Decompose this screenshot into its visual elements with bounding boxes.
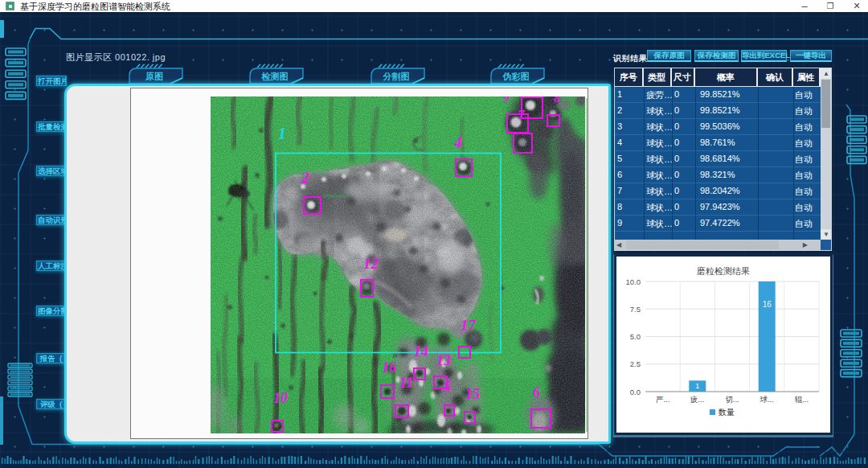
svg-text:严...: 严...	[656, 395, 669, 404]
svg-text:11: 11	[399, 375, 413, 391]
svg-text:1: 1	[278, 125, 286, 142]
svg-text:原图: 原图	[145, 72, 163, 81]
svg-text:17: 17	[461, 317, 477, 334]
svg-text:2: 2	[301, 169, 309, 187]
svg-text:1: 1	[695, 382, 699, 390]
svg-text:4: 4	[453, 133, 462, 151]
svg-text:6: 6	[533, 384, 540, 400]
svg-text:伪彩图: 伪彩图	[502, 72, 530, 82]
svg-text:9: 9	[503, 96, 510, 105]
svg-text:7.5: 7.5	[630, 305, 641, 314]
svg-text:13: 13	[436, 352, 451, 368]
svg-text:5.0: 5.0	[630, 332, 641, 341]
svg-text:12: 12	[363, 255, 379, 272]
svg-text:10: 10	[273, 390, 288, 406]
svg-text:数量: 数量	[718, 408, 735, 417]
svg-text:切...: 切...	[725, 395, 739, 404]
svg-text:球...: 球...	[759, 395, 773, 404]
svg-text:5: 5	[444, 379, 451, 395]
svg-text:14: 14	[414, 343, 428, 359]
svg-text:16: 16	[763, 300, 772, 309]
svg-text:10.0: 10.0	[626, 277, 641, 286]
svg-text:16: 16	[382, 359, 396, 376]
svg-text:辊...: 辊...	[795, 395, 809, 404]
svg-text:0.0: 0.0	[630, 388, 641, 396]
svg-text:8: 8	[554, 96, 560, 105]
svg-text:检测图: 检测图	[261, 72, 289, 81]
svg-text:15: 15	[465, 386, 480, 402]
svg-text:2.5: 2.5	[630, 359, 641, 368]
svg-text:磨粒检测结果: 磨粒检测结果	[697, 266, 750, 276]
svg-text:疲...: 疲...	[690, 395, 704, 404]
svg-text:分割图: 分割图	[383, 72, 410, 81]
